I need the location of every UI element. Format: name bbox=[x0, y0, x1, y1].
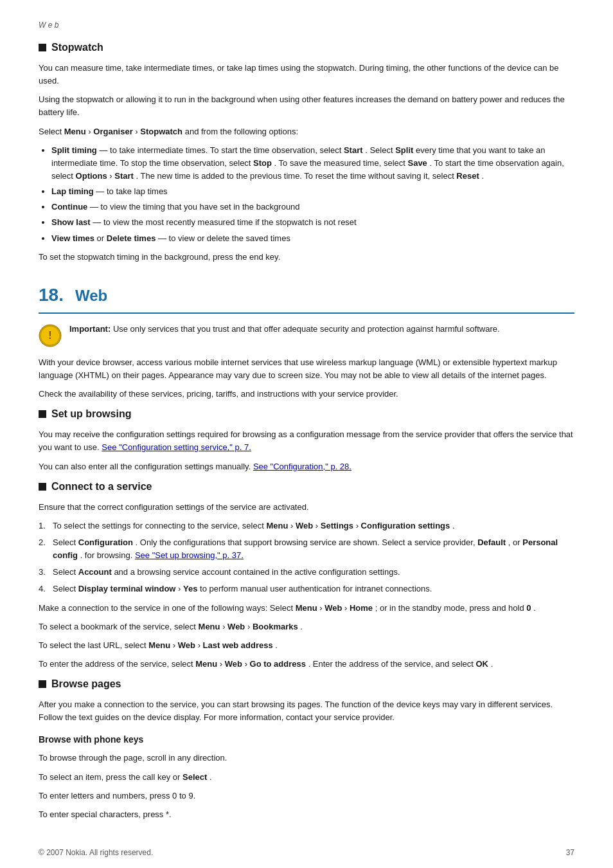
connect-para1: Make a connection to the service in one … bbox=[39, 602, 574, 615]
list-item: Show last — to view the most recently me… bbox=[51, 216, 574, 229]
connect-service-heading: Connect to a service bbox=[39, 479, 574, 494]
browse-step3: To enter letters and numbers, press 0 to… bbox=[39, 790, 574, 802]
footer-copyright: © 2007 Nokia. All rights reserved. bbox=[39, 847, 153, 858]
page-top-label: W e b bbox=[39, 19, 574, 31]
list-item: View times or Delete times — to view or … bbox=[51, 232, 574, 245]
connect-service-intro: Ensure that the correct configuration se… bbox=[39, 501, 574, 514]
important-box: ! Important: Use only services that you … bbox=[39, 323, 574, 347]
config-setting-link[interactable]: See "Configuration setting service," p. … bbox=[102, 442, 251, 452]
connect-lasturl: To select the last URL, select Menu › We… bbox=[39, 639, 574, 652]
important-text: Important: Use only services that you tr… bbox=[69, 323, 500, 336]
section-square-icon bbox=[39, 680, 46, 688]
connect-address: To enter the address of the service, sel… bbox=[39, 658, 574, 671]
stopwatch-heading: Stopwatch bbox=[39, 40, 574, 55]
footer-page-number: 37 bbox=[566, 847, 574, 858]
chapter-heading: 18. Web bbox=[39, 282, 574, 314]
chapter-number: 18. bbox=[39, 282, 64, 309]
stopwatch-list: Split timing — to take intermediate time… bbox=[51, 144, 574, 245]
connect-step-4: 4. Select Display terminal window › Yes … bbox=[39, 583, 574, 595]
configuration-link[interactable]: See "Configuration," p. 28. bbox=[253, 462, 351, 471]
connect-step-2: 2. Select Configuration . Only the confi… bbox=[39, 536, 574, 562]
stopwatch-select-line: Select Menu › Organiser › Stopwatch and … bbox=[39, 125, 574, 138]
setup-browsing-para2: You can also enter all the configuration… bbox=[39, 460, 574, 473]
list-item: Continue — to view the timing that you h… bbox=[51, 201, 574, 213]
browse-step2: To select an item, press the call key or… bbox=[39, 771, 574, 784]
section-square-icon bbox=[39, 483, 46, 491]
setup-browsing-heading: Set up browsing bbox=[39, 406, 574, 422]
list-item: Split timing — to take intermediate time… bbox=[51, 144, 574, 183]
browse-step1: To browse through the page, scroll in an… bbox=[39, 752, 574, 764]
browse-with-phone-keys-heading: Browse with phone keys bbox=[39, 733, 574, 746]
important-icon: ! bbox=[39, 324, 62, 347]
stopwatch-para2: Using the stopwatch or allowing it to ru… bbox=[39, 93, 574, 119]
setup-browsing-para1: You may receive the configuration settin… bbox=[39, 428, 574, 454]
connect-step-1: 1. To select the settings for connecting… bbox=[39, 520, 574, 532]
web-intro-para2: Check the availability of these services… bbox=[39, 388, 574, 401]
chapter-title: Web bbox=[75, 284, 107, 307]
stopwatch-para1: You can measure time, take intermediate … bbox=[39, 62, 574, 87]
section-square-icon bbox=[39, 44, 46, 51]
browse-pages-para1: After you make a connection to the servi… bbox=[39, 698, 574, 724]
setup-browsing-link[interactable]: See "Set up browsing," p. 37. bbox=[135, 550, 244, 560]
list-item: Lap timing — to take lap times bbox=[51, 185, 574, 198]
connect-steps-list: 1. To select the settings for connecting… bbox=[39, 520, 574, 596]
connect-bookmark: To select a bookmark of the service, sel… bbox=[39, 620, 574, 633]
stopwatch-last-para: To set the stopwatch timing in the backg… bbox=[39, 251, 574, 264]
section-square-icon bbox=[39, 410, 46, 418]
browse-pages-heading: Browse pages bbox=[39, 676, 574, 692]
browse-step4: To enter special characters, press *. bbox=[39, 808, 574, 821]
connect-step-3: 3. Select Account and a browsing service… bbox=[39, 566, 574, 579]
web-intro-para1: With your device browser, access various… bbox=[39, 356, 574, 382]
page-footer: © 2007 Nokia. All rights reserved. 37 bbox=[39, 847, 574, 858]
svg-text:!: ! bbox=[48, 330, 51, 341]
